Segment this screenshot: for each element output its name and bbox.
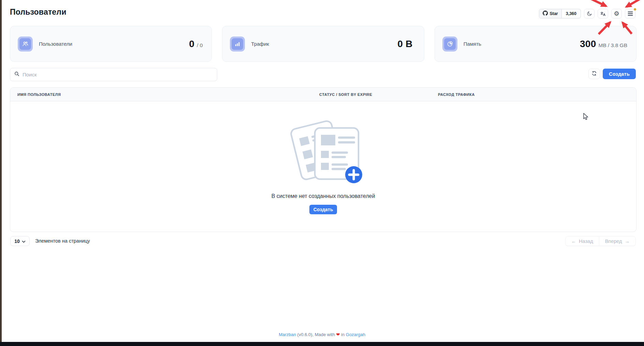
column-header-traffic: РАСХОД ТРАФИКА [438, 92, 636, 97]
menu-button[interactable] [625, 9, 635, 18]
stat-value: 0 B [397, 39, 412, 49]
empty-state-message: В системе нет созданных пользователей [272, 193, 375, 199]
stat-card-traffic: Трафик 0 B [222, 26, 424, 62]
window-edge-strip [0, 0, 2, 346]
stat-cards: Пользователи 0/ 0 Трафик 0 B Память 300M… [10, 26, 636, 62]
stat-unit: / 0 [197, 42, 203, 48]
chevron-down-icon [22, 239, 26, 244]
empty-state: В системе нет созданных пользователей Со… [10, 101, 636, 232]
empty-state-create-button[interactable]: Создать [309, 205, 337, 214]
notification-dot [633, 8, 636, 11]
topbar-controls: Star 3,360 ⚙ [539, 9, 635, 18]
users-table: ИМЯ ПОЛЬЗОВАТЕЛЯ СТАТУС / SORT BY EXPIRE… [10, 87, 636, 232]
stat-unit: MB / 3.8 GB [599, 42, 627, 48]
table-header-row: ИМЯ ПОЛЬЗОВАТЕЛЯ СТАТУС / SORT BY EXPIRE… [10, 88, 636, 101]
bar-chart-icon [232, 38, 243, 50]
github-logo-icon [543, 11, 548, 17]
next-page-label: Вперед [605, 239, 622, 244]
arrow-left-icon: ← [571, 239, 576, 244]
page-size-select[interactable]: 10 [10, 236, 30, 246]
pager-group: ← Назад Вперед → [565, 236, 636, 246]
stat-value: 0 [189, 39, 194, 49]
plus-circle-icon [345, 166, 362, 183]
stat-card-memory: Память 300MB / 3.8 GB [435, 26, 636, 62]
refresh-icon [591, 71, 597, 77]
column-header-username[interactable]: ИМЯ ПОЛЬЗОВАТЕЛЯ [10, 92, 319, 97]
translate-icon [600, 11, 606, 17]
arrow-right-icon: → [625, 239, 630, 244]
gear-icon: ⚙ [614, 11, 619, 17]
pagination-bar: 10 Элементов на страницу ← Назад Вперед … [10, 236, 636, 246]
users-icon [19, 38, 31, 50]
pie-chart-icon [444, 38, 456, 50]
column-header-status-sort[interactable]: СТАТУС / SORT BY EXPIRE [319, 92, 438, 97]
hamburger-icon [628, 11, 633, 16]
settings-button[interactable]: ⚙ [611, 9, 622, 18]
dark-mode-toggle-button[interactable] [584, 9, 595, 18]
github-star-widget[interactable]: Star 3,360 [539, 9, 581, 18]
stat-label: Память [464, 41, 481, 47]
create-user-button[interactable]: Создать [603, 69, 636, 79]
prev-page-label: Назад [579, 239, 593, 244]
language-button[interactable] [598, 9, 608, 18]
footer-org-link[interactable]: Gozargah [346, 332, 365, 337]
footer-brand-link[interactable]: Marzban [279, 332, 296, 337]
page-size-value: 10 [14, 239, 20, 244]
search-icon [14, 71, 19, 78]
marzban-users-page: Пользователи Star 3,360 [0, 0, 644, 346]
github-star-button[interactable]: Star [539, 9, 561, 18]
empty-state-illustration [281, 113, 365, 191]
search-box[interactable] [10, 68, 217, 81]
refresh-button[interactable] [588, 69, 600, 79]
footer: Marzban (v0.6.0), Made with ❤ in Gozarga… [0, 332, 644, 337]
heart-icon: ❤ [336, 332, 340, 337]
github-star-count[interactable]: 3,360 [562, 9, 581, 18]
users-toolbar: Создать [10, 68, 636, 81]
moon-icon [587, 11, 592, 16]
page-size-label: Элементов на страницу [35, 238, 90, 244]
stat-label: Трафик [251, 41, 269, 47]
footer-version: (v0.6.0), [296, 332, 315, 337]
stat-label: Пользователи [39, 41, 72, 47]
github-star-label: Star [550, 11, 558, 16]
page-title: Пользователи [10, 8, 67, 17]
next-page-button[interactable]: Вперед → [599, 236, 635, 246]
taskbar-strip [0, 342, 644, 346]
stat-card-users: Пользователи 0/ 0 [10, 26, 212, 62]
stat-value: 300 [580, 39, 596, 49]
prev-page-button[interactable]: ← Назад [566, 236, 599, 246]
footer-in: in [340, 332, 346, 337]
footer-made-with: Made with [315, 332, 336, 337]
search-input[interactable] [23, 72, 213, 77]
